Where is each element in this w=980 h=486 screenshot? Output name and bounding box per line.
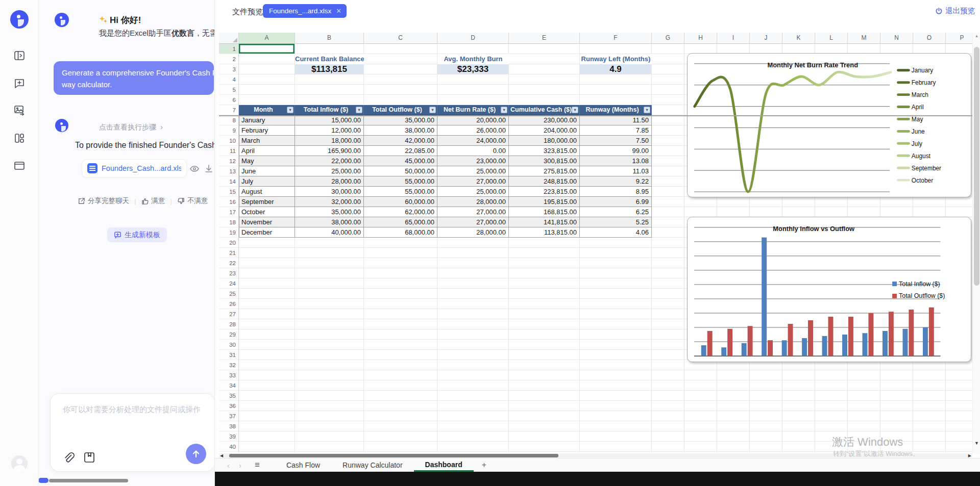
cell-H34[interactable] [684,380,717,391]
cell-B32[interactable] [295,360,364,370]
cell-A34[interactable] [239,380,295,391]
table-cell[interactable]: 40,000.00 [295,227,364,238]
row-header-8[interactable]: 8 [219,115,239,125]
cell-A28[interactable] [239,319,295,329]
cell-C23[interactable] [364,268,437,278]
view-steps-link[interactable]: 点击查看执行步骤› [99,122,163,132]
cell-B38[interactable] [295,421,364,431]
cell-B6[interactable] [295,95,364,105]
cell-C32[interactable] [364,360,437,370]
cell-G18[interactable] [652,217,684,227]
cell-C34[interactable] [364,380,437,391]
chat-input[interactable]: 你可以对需要分析处理的文件提问或操作 [63,405,201,415]
preview-eye-icon[interactable] [189,164,200,174]
cell-J34[interactable] [750,380,782,391]
cell-C27[interactable] [364,309,437,319]
cell-C39[interactable] [364,431,437,442]
cell-G29[interactable] [652,329,684,340]
cell-E2[interactable] [509,54,580,64]
cell-A20[interactable] [239,238,295,248]
column-header-F[interactable]: F [580,33,652,44]
cell-A3[interactable] [239,64,295,74]
row-header-32[interactable]: 32 [219,360,239,370]
cell-F27[interactable] [580,309,652,319]
column-header-H[interactable]: H [684,33,717,44]
cell-A1[interactable] [239,44,295,54]
sheet-tab-dashboard[interactable]: Dashboard [414,458,474,472]
cell-K39[interactable] [782,431,815,442]
cell-J17[interactable] [750,207,782,217]
cell-L36[interactable] [815,401,848,411]
cell-G19[interactable] [652,227,684,238]
cell-B26[interactable] [295,299,364,309]
cell-D6[interactable] [437,95,509,105]
cell-F39[interactable] [580,431,652,442]
column-header-N[interactable]: N [880,33,913,44]
table-cell[interactable]: 13.08 [580,156,652,166]
scroll-down-icon[interactable]: ▼ [973,441,980,446]
cell-B31[interactable] [295,350,364,360]
dislike-button[interactable]: 不满意 [177,196,208,206]
row-header-27[interactable]: 27 [219,309,239,319]
cell-G8[interactable] [652,115,684,125]
cell-D40[interactable] [437,442,509,452]
cell-L17[interactable] [815,207,848,217]
row-header-18[interactable]: 18 [219,217,239,227]
cell-G26[interactable] [652,299,684,309]
cell-G11[interactable] [652,146,684,156]
row-header-7[interactable]: 7 [219,105,239,115]
cell-A39[interactable] [239,431,295,442]
cell-D28[interactable] [437,319,509,329]
cell-O17[interactable] [913,207,946,217]
cell-E28[interactable] [509,319,580,329]
kpi-value[interactable]: $23,333 [437,64,509,74]
cell-G5[interactable] [652,85,684,95]
row-header-28[interactable]: 28 [219,319,239,329]
table-cell[interactable]: 26,000.00 [437,125,509,136]
cell-C30[interactable] [364,340,437,350]
cell-G1[interactable] [652,44,684,54]
vertical-scroll-thumb[interactable] [974,47,979,286]
collapse-panel-icon[interactable] [13,49,26,62]
cell-E20[interactable] [509,238,580,248]
table-cell[interactable]: September [239,197,295,207]
cell-C5[interactable] [364,85,437,95]
cell-E26[interactable] [509,299,580,309]
cell-N16[interactable] [880,197,913,207]
table-cell[interactable]: 42,000.00 [364,136,437,146]
row-header-1[interactable]: 1 [219,44,239,54]
table-cell[interactable]: 165,900.00 [295,146,364,156]
cell-F24[interactable] [580,278,652,289]
cell-G17[interactable] [652,207,684,217]
cell-C4[interactable] [364,74,437,85]
row-header-21[interactable]: 21 [219,248,239,258]
table-cell[interactable]: 7.85 [580,125,652,136]
column-header-C[interactable]: C [364,33,437,44]
table-cell[interactable]: 8.95 [580,187,652,197]
cell-I39[interactable] [717,431,750,442]
cell-E30[interactable] [509,340,580,350]
table-cell[interactable]: November [239,217,295,227]
cell-A36[interactable] [239,401,295,411]
cell-P37[interactable] [946,411,972,421]
cell-F34[interactable] [580,380,652,391]
table-cell[interactable]: 204,000.00 [509,125,580,136]
row-header-24[interactable]: 24 [219,278,239,289]
row-header-37[interactable]: 37 [219,411,239,421]
row-header-16[interactable]: 16 [219,197,239,207]
cell-D22[interactable] [437,258,509,268]
cell-G6[interactable] [652,95,684,105]
table-cell[interactable]: 30,000.00 [295,187,364,197]
column-header-L[interactable]: L [815,33,848,44]
table-cell[interactable]: 180,000.00 [509,136,580,146]
cell-L33[interactable] [815,370,848,380]
cell-E34[interactable] [509,380,580,391]
scrollbar-accent[interactable] [39,478,48,483]
attach-file-icon[interactable] [62,451,75,464]
column-header-K[interactable]: K [782,33,815,44]
cell-O39[interactable] [913,431,946,442]
table-cell[interactable]: 38,000.00 [295,217,364,227]
cell-C25[interactable] [364,289,437,299]
cell-A38[interactable] [239,421,295,431]
kpi-value[interactable]: $113,815 [295,64,364,74]
